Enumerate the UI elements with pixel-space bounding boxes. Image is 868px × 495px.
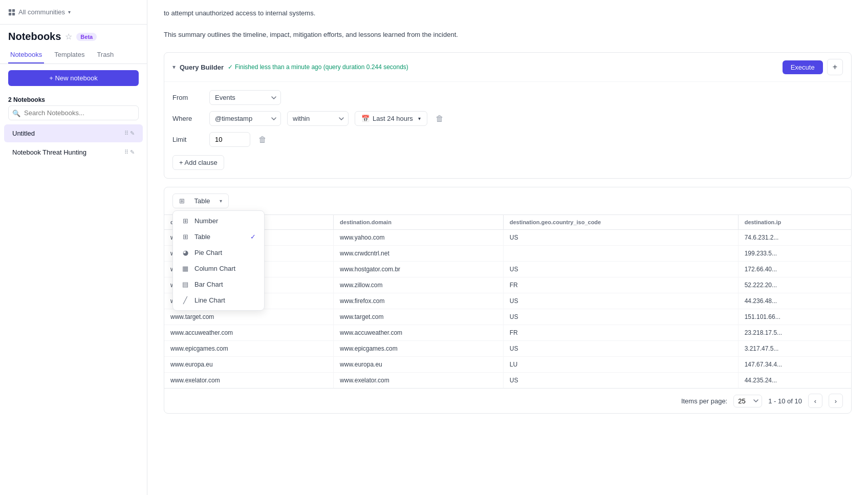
qb-limit-row: Limit 10 🗑 <box>172 132 843 147</box>
checkmark-icon: ✓ <box>250 233 256 241</box>
qb-where-field-select[interactable]: @timestamp <box>209 111 281 126</box>
pagination-info: 1 - 10 of 10 <box>768 397 802 405</box>
table-type-select[interactable]: ⊞ Table ▾ <box>172 193 229 208</box>
table-grid-icon: ⊞ <box>179 197 185 205</box>
add-clause-button[interactable]: + Add clause <box>172 155 224 170</box>
all-communities-label: All communities <box>18 8 65 16</box>
cell-country: US <box>503 230 738 246</box>
cell-ip: 74.6.231.2... <box>738 230 851 246</box>
table-row: www.accuweather.com www.accuweather.com … <box>164 325 851 341</box>
table-row: www.firefox.com www.firefox.com US 44.23… <box>164 293 851 309</box>
notebook-item-title: Untitled <box>12 130 35 137</box>
qb-from-select[interactable]: Events <box>209 90 281 105</box>
cell-domain: www.yahoo.com <box>334 230 504 246</box>
qb-from-label: From <box>172 94 203 101</box>
cell-domain: www.epicgames.com <box>334 341 504 357</box>
main-content: to attempt unauthorized access to intern… <box>147 0 868 438</box>
pagination-next-button[interactable]: › <box>829 394 843 408</box>
dropdown-item-bar[interactable]: ▤ Bar Chart <box>173 276 264 292</box>
pagination: Items per page: 25 10 50 100 1 - 10 of 1… <box>164 388 851 413</box>
qb-limit-delete-button[interactable]: 🗑 <box>256 133 269 146</box>
qb-where-row: Where @timestamp within 📅 Last 24 hours … <box>172 111 843 126</box>
qb-where-delete-button[interactable]: 🗑 <box>433 112 446 125</box>
table-row: www.hostgator.com.br www.hostgator.com.b… <box>164 262 851 277</box>
star-icon[interactable]: ☆ <box>65 32 72 41</box>
cell-domain: www.exelator.com <box>334 373 504 389</box>
cell-ip: 52.222.20... <box>738 277 851 293</box>
qb-collapse-icon[interactable]: ▾ <box>172 63 176 71</box>
grid-icon <box>8 9 15 16</box>
chevron-down-icon-date: ▾ <box>418 116 421 121</box>
tab-templates[interactable]: Templates <box>52 47 86 63</box>
table-type-wrapper: ⊞ Table ▾ ⊞ Number ⊞ Table ✓ <box>172 193 229 208</box>
table-row: www.target.com www.target.com US 151.101… <box>164 309 851 325</box>
notebook-item-threat-hunting[interactable]: Notebook Threat Hunting ⠿ ✎ <box>4 143 143 161</box>
table-type-label: Table <box>194 197 210 205</box>
qb-limit-label: Limit <box>172 136 203 143</box>
notebooks-header: Notebooks ☆ Beta <box>0 25 147 42</box>
table-header-row: destination.address destination.domain d… <box>164 215 851 230</box>
all-communities-button[interactable]: All communities ▾ <box>8 6 139 18</box>
dropdown-item-number[interactable]: ⊞ Number <box>173 213 264 229</box>
query-builder: ▾ Query Builder ✓ Finished less than a m… <box>164 52 852 179</box>
notebook-item-actions-2: ⠿ ✎ <box>124 149 135 156</box>
bar-chart-icon: ▤ <box>181 281 189 288</box>
pagination-prev-button[interactable]: ‹ <box>808 394 822 408</box>
cell-country: FR <box>503 325 738 341</box>
qb-header-right: Execute + <box>783 59 843 75</box>
qb-where-operator-select[interactable]: within <box>287 111 349 126</box>
add-block-button[interactable]: + <box>827 59 843 75</box>
number-icon: ⊞ <box>181 217 189 225</box>
dropdown-item-table[interactable]: ⊞ Table ✓ <box>173 229 264 245</box>
qb-header-left: ▾ Query Builder ✓ Finished less than a m… <box>172 63 408 71</box>
table-row: www.yahoo.com www.yahoo.com US 74.6.231.… <box>164 230 851 246</box>
calendar-icon: 📅 <box>361 115 370 122</box>
qb-where-label: Where <box>172 115 203 122</box>
qb-date-picker[interactable]: 📅 Last 24 hours ▾ <box>355 111 427 126</box>
col-header-ip: destination.ip <box>738 215 851 230</box>
qb-status-text: Finished less than a minute ago (query d… <box>235 63 408 71</box>
tab-notebooks[interactable]: Notebooks <box>8 47 44 63</box>
cell-ip: 147.67.34.4... <box>738 357 851 373</box>
dropdown-item-column[interactable]: ▦ Column Chart <box>173 261 264 276</box>
new-notebook-button[interactable]: + New notebook <box>8 70 139 86</box>
cell-address: www.epicgames.com <box>164 341 334 357</box>
dropdown-item-label-line: Line Chart <box>194 296 225 304</box>
dropdown-item-line[interactable]: ╱ Line Chart <box>173 292 264 308</box>
check-icon: ✓ <box>228 63 233 71</box>
dropdown-item-pie[interactable]: ◕ Pie Chart <box>173 245 264 261</box>
table-scroll-wrapper: destination.address destination.domain d… <box>164 215 851 388</box>
cell-domain: www.target.com <box>334 309 504 325</box>
cell-address: www.target.com <box>164 309 334 325</box>
table-section: ⊞ Table ▾ ⊞ Number ⊞ Table ✓ <box>164 187 852 414</box>
notebooks-count: 2 Notebooks <box>0 92 147 105</box>
notebook-item-untitled[interactable]: Untitled ⠿ ✎ <box>4 124 143 142</box>
tabs: Notebooks Templates Trash <box>0 47 147 64</box>
data-table: destination.address destination.domain d… <box>164 215 851 388</box>
notebooks-title: Notebooks <box>8 31 61 42</box>
query-builder-header: ▾ Query Builder ✓ Finished less than a m… <box>164 53 851 82</box>
qb-title: Query Builder <box>180 63 224 71</box>
cell-country: US <box>503 373 738 389</box>
pie-chart-icon: ◕ <box>181 249 189 256</box>
cell-domain: www.accuweather.com <box>334 325 504 341</box>
table-row: www.zillow.com www.zillow.com FR 52.222.… <box>164 277 851 293</box>
add-clause-wrapper: + Add clause <box>172 153 843 170</box>
cell-country: LU <box>503 357 738 373</box>
table-icon-menu: ⊞ <box>181 233 189 241</box>
execute-button[interactable]: Execute <box>783 60 823 74</box>
dropdown-item-label-column: Column Chart <box>194 265 235 272</box>
search-input[interactable] <box>8 105 139 120</box>
table-section-header: ⊞ Table ▾ ⊞ Number ⊞ Table ✓ <box>164 187 851 215</box>
qb-limit-input[interactable]: 10 <box>209 132 250 147</box>
cell-country: FR <box>503 277 738 293</box>
cell-ip: 44.236.48... <box>738 293 851 309</box>
cell-ip: 199.233.5... <box>738 246 851 262</box>
qb-body: From Events Where @timestamp within � <box>164 82 851 178</box>
table-type-dropdown: ⊞ Number ⊞ Table ✓ ◕ Pie Chart <box>172 210 265 311</box>
cell-domain: www.hostgator.com.br <box>334 262 504 277</box>
dropdown-item-label-bar: Bar Chart <box>194 281 223 288</box>
per-page-select[interactable]: 25 10 50 100 <box>733 395 762 407</box>
dropdown-item-label-pie: Pie Chart <box>194 249 222 256</box>
tab-trash[interactable]: Trash <box>95 47 116 63</box>
